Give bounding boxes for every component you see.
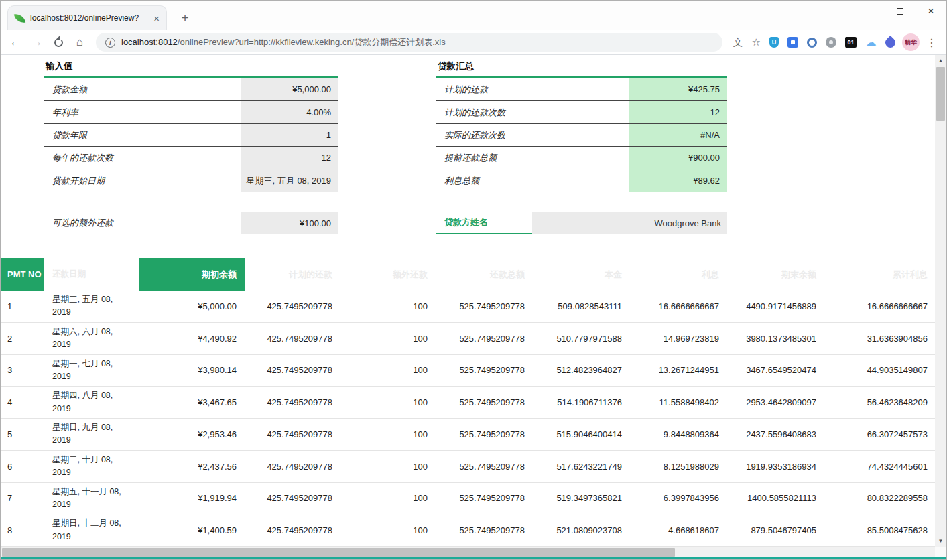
cell-principal: 514.1906711376 [533, 395, 630, 410]
minimize-button[interactable] [854, 1, 885, 21]
header-ending: 期末余额 [727, 258, 824, 291]
summary-value: ¥900.00 [629, 147, 727, 169]
scroll-up-icon[interactable]: ▲ [935, 55, 946, 66]
cell-scheduled: 425.7495209778 [245, 427, 340, 442]
window-controls: × [854, 1, 946, 21]
schedule-table: PMT NO 还款日期 期初余额 计划的还款 额外还款 还款总额 本金 利息 期… [1, 258, 935, 547]
cell-interest: 14.969723819 [630, 331, 727, 346]
cell-cum-interest: 85.5008475628 [824, 522, 935, 538]
back-button[interactable]: ← [6, 33, 25, 52]
extra-payment-label: 可选的额外还款 [44, 212, 241, 234]
page-info-icon[interactable]: i [105, 38, 115, 48]
summary-section-title: 贷款汇总 [436, 59, 727, 78]
summary-row: 计划的还款 ¥425.75 [436, 78, 727, 101]
input-value: 星期三, 五月 08, 2019 [241, 169, 338, 192]
maximize-button[interactable] [885, 1, 916, 21]
input-label: 贷款年限 [44, 124, 241, 146]
close-window-button[interactable]: × [916, 1, 946, 21]
cell-ending: 2953.4642809097 [727, 395, 824, 410]
gray-extension-icon[interactable] [826, 37, 836, 48]
summary-row: 提前还款总额 ¥900.00 [436, 147, 727, 169]
cell-scheduled: 425.7495209778 [245, 395, 340, 410]
horizontal-scrollbar-thumb[interactable] [2, 548, 675, 557]
window-bottom-edge [1, 557, 946, 559]
table-row: 4 星期四, 八月 08, 2019 ¥3,467.65 425.7495209… [1, 387, 935, 419]
kkfileview-leaf-favicon-icon [14, 12, 25, 23]
home-button[interactable]: ⌂ [70, 33, 89, 52]
lender-section: 贷款方姓名 Woodgrove Bank [436, 212, 727, 234]
input-row: 每年的还款次数 12 [44, 147, 338, 169]
table-row: 8 星期日, 十二月 08, 2019 ¥1,400.59 425.749520… [1, 514, 935, 547]
cell-principal: 519.3497365821 [533, 490, 630, 506]
cell-principal: 521.0809023708 [533, 522, 630, 538]
address-bar[interactable]: i localhost:8012/onlinePreview?url=http:… [96, 33, 722, 52]
blue-extension-icon[interactable] [787, 37, 798, 48]
cell-scheduled: 425.7495209778 [245, 459, 340, 474]
cell-scheduled: 425.7495209778 [245, 331, 340, 346]
summary-section: 贷款汇总 计划的还款 ¥425.75 计划的还款次数 12 [436, 59, 727, 192]
cell-interest: 13.2671244951 [630, 362, 727, 378]
schedule-table-body: 1 星期三, 五月 08, 2019 ¥5,000.00 425.7495209… [1, 291, 935, 547]
cell-principal: 510.7797971588 [533, 331, 630, 346]
new-tab-button[interactable]: + [176, 9, 194, 27]
cell-total: 525.7495209778 [436, 362, 533, 378]
cell-scheduled: 425.7495209778 [245, 299, 340, 314]
header-total: 还款总额 [436, 258, 533, 291]
translate-icon[interactable]: 文 [733, 36, 743, 49]
shield-extension-icon[interactable]: U [769, 37, 779, 48]
cell-pmt-no: 4 [1, 395, 44, 410]
cell-extra: 100 [340, 427, 436, 442]
bookmark-star-icon[interactable]: ☆ [752, 36, 761, 48]
cell-principal: 515.9046400414 [533, 427, 630, 442]
cell-balance: ¥3,980.14 [139, 362, 245, 378]
cloud-extension-icon[interactable]: ☁ [865, 36, 877, 50]
summary-label: 计划的还款 [436, 78, 629, 100]
cell-principal: 517.6243221749 [533, 459, 630, 474]
cell-balance: ¥1,400.59 [139, 522, 245, 538]
summary-value: #N/A [629, 124, 727, 146]
cell-date: 星期日, 十二月 08, 2019 [44, 514, 139, 546]
input-value: 1 [241, 124, 338, 146]
lender-value: Woodgrove Bank [532, 212, 727, 234]
forward-button[interactable]: → [27, 33, 46, 52]
input-value: 12 [241, 147, 338, 169]
browser-toolbar: ← → ⌂ i localhost:8012/onlinePreview?url… [1, 30, 946, 55]
cell-cum-interest: 56.4623648209 [824, 395, 935, 410]
cell-scheduled: 425.7495209778 [245, 362, 340, 378]
cell-principal: 509.0828543111 [533, 299, 630, 314]
header-cum-interest: 累计利息 [824, 258, 935, 291]
cell-scheduled: 425.7495209778 [245, 522, 340, 538]
extra-payment-row: 可选的额外还款 ¥100.00 [44, 212, 338, 234]
cell-pmt-no: 5 [1, 427, 44, 442]
bird-extension-icon[interactable] [883, 35, 897, 49]
minimize-icon [866, 11, 873, 11]
circle-extension-icon[interactable] [807, 38, 817, 48]
tab-close-icon[interactable]: × [153, 13, 160, 23]
summary-label: 利息总额 [436, 169, 629, 192]
reload-button[interactable] [49, 33, 68, 52]
cell-extra: 100 [340, 331, 436, 346]
vertical-scrollbar[interactable]: ▲ ▼ [935, 55, 946, 547]
header-scheduled: 计划的还款 [245, 258, 340, 291]
cell-interest: 4.668618607 [630, 522, 727, 538]
cell-extra: 100 [340, 522, 436, 538]
browser-tab[interactable]: localhost:8012/onlinePreview? × [7, 5, 167, 30]
inputs-section-title: 输入值 [44, 59, 338, 78]
badge-01-extension-icon[interactable]: 01 [845, 37, 857, 48]
cell-ending: 879.5046797405 [727, 522, 824, 538]
profile-avatar[interactable]: 精华 [902, 33, 920, 51]
vertical-scrollbar-thumb[interactable] [936, 67, 945, 121]
cell-extra: 100 [340, 395, 436, 410]
cell-ending: 4490.9171456889 [727, 299, 824, 314]
cell-total: 525.7495209778 [436, 427, 533, 442]
cell-cum-interest: 74.4324445601 [824, 459, 935, 474]
cell-balance: ¥5,000.00 [139, 299, 245, 314]
browser-menu-icon[interactable]: ⋮ [922, 36, 941, 49]
scroll-down-icon[interactable]: ▼ [935, 535, 946, 547]
cell-pmt-no: 2 [1, 331, 44, 346]
header-principal: 本金 [533, 258, 630, 291]
input-row: 贷款开始日期 星期三, 五月 08, 2019 [44, 169, 338, 192]
input-value: ¥5,000.00 [241, 78, 338, 100]
browser-window: localhost:8012/onlinePreview? × + × ← → … [0, 0, 947, 560]
cell-balance: ¥1,919.94 [139, 490, 245, 506]
